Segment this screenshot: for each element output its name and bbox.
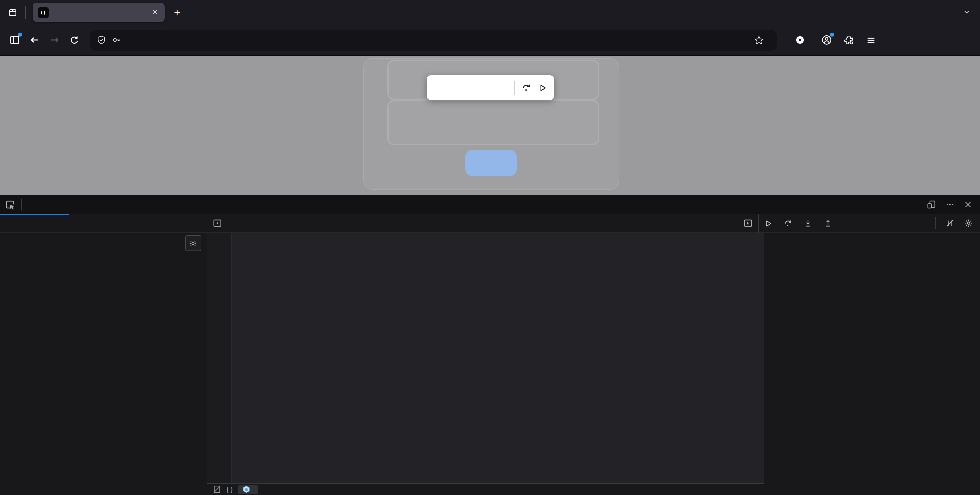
tab-favicon-icon (38, 7, 49, 17)
sources-settings-gear-icon[interactable] (185, 235, 201, 251)
chevron-down-icon[interactable] (963, 8, 970, 16)
divider (25, 6, 26, 19)
bookmark-star-icon[interactable] (754, 35, 764, 45)
divider (21, 198, 22, 211)
resume-icon[interactable] (538, 83, 547, 92)
menu-hamburger-icon[interactable] (866, 35, 876, 45)
url-bar[interactable] (90, 30, 777, 50)
browser-nav-bar (0, 25, 980, 56)
scopes-pane (764, 233, 980, 457)
devtools-secondary-bar (0, 214, 980, 233)
collapse-sidebar-icon[interactable] (207, 214, 228, 233)
sources-panel-tabs (0, 214, 207, 233)
code-editor: { } (207, 233, 764, 495)
step-in-icon[interactable] (803, 219, 813, 228)
devtools-panel: { } (0, 195, 980, 495)
step-over-icon[interactable] (521, 82, 531, 93)
step-out-icon[interactable] (823, 219, 833, 228)
resume-icon[interactable] (764, 219, 773, 227)
sources-tree-panel (0, 233, 207, 495)
reload-icon[interactable] (69, 35, 80, 45)
log-in-button[interactable] (465, 150, 517, 176)
pick-element-icon[interactable] (0, 195, 20, 214)
vpn-off-icon (795, 35, 805, 44)
debugger-right-panel (764, 233, 980, 495)
shield-icon[interactable] (97, 35, 106, 44)
divider (514, 80, 515, 95)
sidebar-toggle-icon[interactable] (10, 35, 20, 45)
devtools-toolbar (0, 195, 980, 214)
code-area[interactable] (207, 233, 764, 483)
new-tab-button[interactable]: + (174, 6, 180, 18)
webpack-icon (243, 485, 250, 493)
original-file-chip[interactable] (238, 485, 258, 494)
webpage-viewport (0, 56, 980, 195)
library-icon[interactable] (8, 8, 18, 17)
devtools-toolbar-right (927, 195, 980, 214)
debugger-paused-popup (427, 75, 554, 100)
editor-footer: { } (207, 483, 764, 495)
back-icon[interactable] (29, 35, 40, 45)
account-icon[interactable] (821, 35, 832, 45)
meatball-menu-icon[interactable] (945, 200, 955, 209)
divider (935, 217, 936, 229)
screenshot-stage: ✕ + (0, 0, 980, 495)
browser-tab[interactable]: ✕ (33, 3, 165, 22)
pretty-print-icon[interactable]: { } (227, 485, 233, 493)
tab-sources[interactable] (0, 214, 69, 233)
deactivate-breakpoints-icon[interactable] (945, 219, 955, 228)
debugger-settings-gear-icon[interactable] (964, 219, 973, 228)
debugger-controls (758, 214, 980, 233)
password-field[interactable] (387, 100, 599, 145)
source-map-icon[interactable] (213, 485, 221, 493)
extensions-icon[interactable] (844, 35, 854, 45)
expand-panes-icon[interactable] (738, 214, 758, 233)
browser-tab-bar: ✕ + (0, 0, 980, 25)
forward-icon[interactable] (49, 35, 60, 45)
devtools-content: { } (0, 233, 980, 495)
responsive-design-icon[interactable] (927, 200, 936, 209)
close-icon[interactable] (964, 200, 972, 208)
file-tabs (207, 214, 758, 233)
key-icon[interactable] (112, 35, 121, 44)
tab-outline[interactable] (69, 214, 138, 233)
tab-close-icon[interactable]: ✕ (151, 7, 159, 18)
tab-search[interactable] (138, 214, 207, 233)
step-over-icon[interactable] (783, 219, 793, 228)
vpn-badge[interactable] (795, 35, 808, 44)
